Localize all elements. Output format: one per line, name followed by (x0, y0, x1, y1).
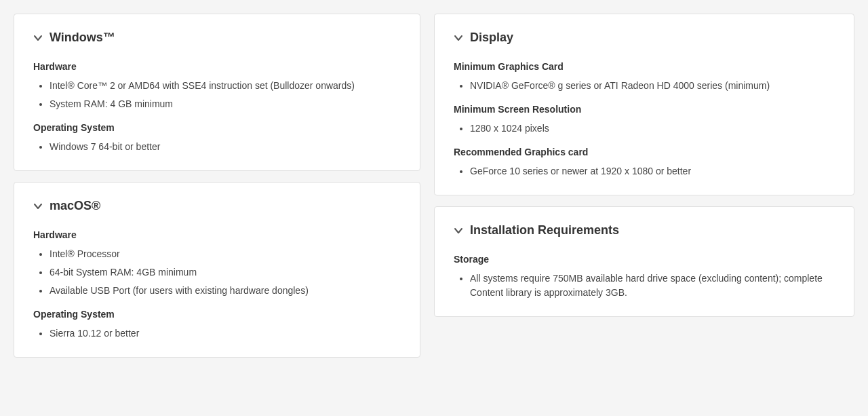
macos-os-title: Operating System (33, 309, 401, 320)
display-section-header[interactable]: Display (454, 31, 835, 45)
windows-hardware-list: Intel® Core™ 2 or AMD64 with SSE4 instru… (33, 79, 401, 111)
list-item: Sierra 10.12 or better (50, 326, 401, 341)
list-item: 64-bit System RAM: 4GB minimum (50, 265, 401, 280)
windows-hardware-title: Hardware (33, 61, 401, 72)
display-content: Minimum Graphics Card NVIDIA® GeForce® g… (454, 61, 835, 178)
min-resolution-list: 1280 x 1024 pixels (454, 121, 835, 136)
list-item: GeForce 10 series or newer at 1920 x 108… (470, 164, 835, 178)
min-graphics-list: NVIDIA® GeForce® g series or ATI Radeon … (454, 79, 835, 93)
installation-content: Storage All systems require 750MB availa… (454, 254, 835, 300)
windows-section: Windows™ Hardware Intel® Core™ 2 or AMD6… (14, 14, 420, 171)
windows-os-list: Windows 7 64-bit or better (33, 140, 401, 154)
page-container: Windows™ Hardware Intel® Core™ 2 or AMD6… (0, 0, 868, 416)
display-title: Display (470, 31, 513, 45)
windows-section-header[interactable]: Windows™ (33, 31, 401, 45)
macos-hardware-list: Intel® Processor 64-bit System RAM: 4GB … (33, 247, 401, 298)
windows-content: Hardware Intel® Core™ 2 or AMD64 with SS… (33, 61, 401, 154)
windows-chevron-icon (33, 33, 43, 43)
left-column: Windows™ Hardware Intel® Core™ 2 or AMD6… (14, 14, 420, 402)
installation-section: Installation Requirements Storage All sy… (434, 206, 854, 317)
macos-os-list: Sierra 10.12 or better (33, 326, 401, 341)
macos-hardware-title: Hardware (33, 229, 401, 240)
macos-section: macOS® Hardware Intel® Processor 64-bit … (14, 182, 420, 358)
display-section: Display Minimum Graphics Card NVIDIA® Ge… (434, 14, 854, 195)
list-item: 1280 x 1024 pixels (470, 121, 835, 136)
storage-title: Storage (454, 254, 835, 265)
list-item: All systems require 750MB available hard… (470, 271, 835, 300)
list-item: Intel® Processor (50, 247, 401, 261)
storage-list: All systems require 750MB available hard… (454, 271, 835, 300)
list-item: NVIDIA® GeForce® g series or ATI Radeon … (470, 79, 835, 93)
list-item: Windows 7 64-bit or better (50, 140, 401, 154)
macos-title: macOS® (50, 199, 100, 213)
installation-chevron-icon (454, 226, 463, 235)
macos-chevron-icon (33, 202, 43, 211)
list-item: Available USB Port (for users with exist… (50, 284, 401, 298)
macos-content: Hardware Intel® Processor 64-bit System … (33, 229, 401, 341)
min-graphics-title: Minimum Graphics Card (454, 61, 835, 72)
right-column: Display Minimum Graphics Card NVIDIA® Ge… (434, 14, 854, 402)
windows-os-title: Operating System (33, 122, 401, 133)
installation-section-header[interactable]: Installation Requirements (454, 223, 835, 238)
display-chevron-icon (454, 33, 463, 43)
list-item: Intel® Core™ 2 or AMD64 with SSE4 instru… (50, 79, 401, 93)
rec-graphics-title: Recommended Graphics card (454, 147, 835, 157)
windows-title: Windows™ (50, 31, 115, 45)
macos-section-header[interactable]: macOS® (33, 199, 401, 213)
min-resolution-title: Minimum Screen Resolution (454, 104, 835, 115)
list-item: System RAM: 4 GB minimum (50, 97, 401, 111)
installation-title: Installation Requirements (470, 223, 619, 238)
rec-graphics-list: GeForce 10 series or newer at 1920 x 108… (454, 164, 835, 178)
